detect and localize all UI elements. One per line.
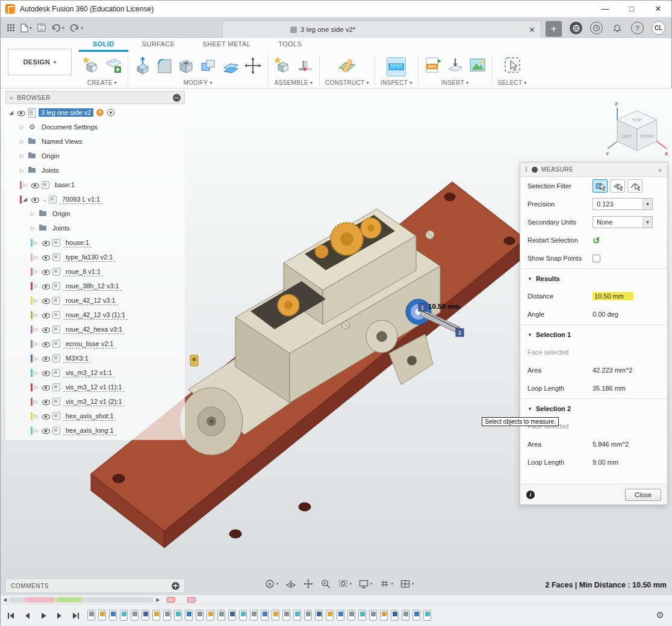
- move-icon[interactable]: [244, 56, 262, 78]
- precision-select[interactable]: 0.123▼: [593, 198, 653, 210]
- combine-icon[interactable]: [199, 56, 217, 78]
- show-snap-points-checkbox[interactable]: [593, 255, 600, 262]
- viewport-canvas[interactable]: 1 2 10.50 mm TOP LEFT FRONT Y X Z « BROW…: [1, 88, 672, 595]
- close-window-button[interactable]: ✕: [645, 1, 671, 17]
- browser-item[interactable]: vis_m3_12 v1:1: [5, 365, 185, 380]
- viewports-button[interactable]: ▾: [399, 577, 415, 590]
- expand-arrow-icon[interactable]: [20, 138, 28, 144]
- expand-arrow-icon[interactable]: [31, 211, 39, 217]
- timeline-settings-gear-icon[interactable]: ⚙: [656, 610, 664, 621]
- browser-item[interactable]: Joints: [5, 221, 185, 235]
- drag-grip-icon[interactable]: ‖: [525, 166, 528, 173]
- measure-tool-icon[interactable]: [387, 57, 406, 76]
- timeline-feature-icon[interactable]: [304, 610, 312, 621]
- browser-item[interactable]: M3X3:1: [5, 351, 185, 365]
- expand-arrow-icon[interactable]: [20, 153, 28, 159]
- timeline-feature-icon[interactable]: [391, 610, 399, 621]
- minimize-button[interactable]: —: [592, 1, 618, 17]
- timeline-feature-icon[interactable]: [282, 610, 290, 621]
- user-avatar[interactable]: CL: [652, 21, 665, 35]
- expand-arrow-icon[interactable]: [34, 398, 42, 404]
- expand-arrow-icon[interactable]: [23, 196, 31, 202]
- timeline-feature-icon[interactable]: [120, 610, 128, 621]
- expand-arrow-icon[interactable]: [9, 110, 17, 116]
- notifications-bell-icon[interactable]: [611, 22, 623, 34]
- visibility-eye-icon[interactable]: [42, 412, 51, 420]
- visibility-eye-icon[interactable]: [31, 196, 40, 203]
- visibility-eye-icon[interactable]: [42, 268, 51, 276]
- extensions-icon[interactable]: [570, 22, 582, 34]
- workspace-selector[interactable]: DESIGN▾: [8, 49, 72, 75]
- browser-item[interactable]: vis_m3_12 v1 (2):1: [5, 394, 185, 409]
- expand-arrow-icon[interactable]: [34, 370, 42, 376]
- expand-arrow-icon[interactable]: [23, 182, 31, 188]
- visibility-eye-icon[interactable]: [42, 282, 51, 290]
- selection2-section-header[interactable]: ▼Selection 2: [520, 400, 667, 417]
- pan-button[interactable]: [302, 577, 315, 590]
- selection1-section-header[interactable]: ▼Selection 1: [520, 326, 667, 343]
- results-section-header[interactable]: ▼Results: [520, 270, 667, 287]
- group-label-inspect[interactable]: INSPECT▾: [381, 79, 412, 86]
- construction-plane-icon[interactable]: [337, 56, 356, 78]
- save-button[interactable]: [37, 23, 46, 32]
- tab-solid[interactable]: SOLID: [79, 38, 128, 52]
- browser-item[interactable]: Joints: [5, 163, 185, 178]
- browser-item[interactable]: ecrou_lisse v2:1: [5, 336, 185, 351]
- browser-item[interactable]: Origin: [5, 149, 185, 163]
- visibility-eye-icon[interactable]: [42, 398, 51, 406]
- timeline-feature-icon[interactable]: [423, 610, 431, 621]
- timeline-feature-icon[interactable]: [250, 610, 258, 621]
- look-at-button[interactable]: [284, 577, 297, 590]
- timeline-feature-icon[interactable]: [228, 610, 236, 621]
- skip-to-start-button[interactable]: [4, 609, 17, 622]
- visibility-eye-icon[interactable]: [31, 181, 40, 189]
- group-label-create[interactable]: CREATE▾: [87, 79, 117, 86]
- comments-panel[interactable]: COMMENTS: [5, 578, 185, 593]
- timeline-feature-icon[interactable]: [358, 610, 366, 621]
- filter-face-button[interactable]: [610, 179, 625, 193]
- expand-arrow-icon[interactable]: [34, 355, 42, 361]
- version-clock-icon[interactable]: [96, 109, 104, 116]
- visibility-eye-icon[interactable]: [42, 311, 51, 319]
- browser-minimize-icon[interactable]: [173, 94, 181, 102]
- timeline-feature-icon[interactable]: [87, 610, 95, 621]
- timeline-feature-icon[interactable]: [98, 610, 106, 621]
- group-label-select[interactable]: SELECT▾: [498, 79, 527, 86]
- restart-selection-icon[interactable]: ↺: [593, 236, 600, 245]
- insert-canvas-image-icon[interactable]: [468, 56, 487, 78]
- fit-button[interactable]: ▾: [337, 577, 353, 590]
- visibility-eye-icon[interactable]: [42, 427, 51, 435]
- browser-item[interactable]: Document Settings: [5, 120, 185, 134]
- timeline-feature-icon[interactable]: [239, 610, 247, 621]
- close-tab-icon[interactable]: ✕: [529, 25, 535, 34]
- expand-arrow-icon[interactable]: [34, 341, 42, 347]
- timeline-feature-icon[interactable]: [315, 610, 323, 621]
- assemble-new-component-icon[interactable]: [273, 56, 291, 78]
- timeline-feature-icon[interactable]: [337, 610, 344, 621]
- split-body-icon[interactable]: [222, 56, 240, 78]
- app-grid-icon[interactable]: [7, 23, 15, 32]
- filter-body-button[interactable]: [593, 179, 608, 193]
- expand-arrow-icon[interactable]: [20, 167, 28, 173]
- expand-arrow-icon[interactable]: [34, 268, 42, 274]
- close-button[interactable]: Close: [625, 489, 661, 501]
- skip-to-end-button[interactable]: [69, 609, 82, 622]
- timeline-feature-icon[interactable]: [109, 610, 117, 621]
- add-comment-icon[interactable]: [172, 582, 179, 590]
- document-tab[interactable]: 3 leg one side v2* ✕: [222, 20, 541, 38]
- browser-item[interactable]: roue_42_12 v3:1: [5, 293, 185, 308]
- browser-item[interactable]: type_fa130 v2:1: [5, 250, 185, 264]
- scroll-left-icon[interactable]: ◀: [3, 597, 7, 603]
- timeline-feature-icon[interactable]: [326, 610, 334, 621]
- timeline-feature-icon[interactable]: [185, 610, 193, 621]
- joint-icon[interactable]: [296, 56, 314, 78]
- browser-item[interactable]: hex_axis_long:1: [5, 423, 185, 438]
- create-sketch-icon[interactable]: [104, 56, 122, 78]
- display-settings-button[interactable]: ▾: [357, 577, 374, 590]
- measure-dialog-header[interactable]: ‖ MEASURE »: [520, 163, 667, 177]
- visibility-eye-icon[interactable]: [42, 326, 51, 333]
- expand-arrow-icon[interactable]: [34, 254, 42, 260]
- tab-surface[interactable]: SURFACE: [128, 38, 189, 52]
- maximize-button[interactable]: □: [618, 1, 645, 17]
- timeline-feature-icon[interactable]: [163, 610, 171, 621]
